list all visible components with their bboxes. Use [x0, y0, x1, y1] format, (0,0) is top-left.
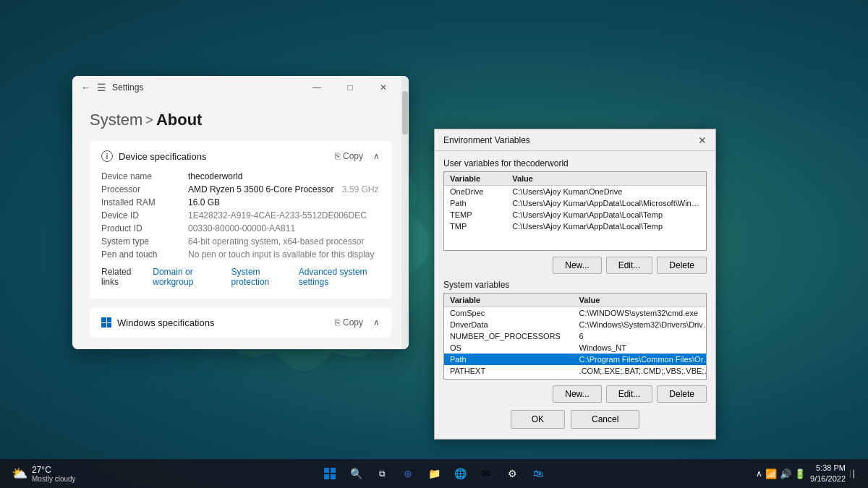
sys-var-value: 6 — [574, 330, 707, 342]
settings-scrollbar[interactable] — [401, 76, 409, 349]
sys-var-value: C:\WINDOWS\system32\cmd.exe — [574, 307, 707, 320]
user-variables-section: User variables for thecoderworld Variabl… — [443, 158, 707, 274]
system-row-driverdata[interactable]: DriverData C:\Windows\System32\Drivers\D… — [444, 319, 707, 330]
maximize-button[interactable]: □ — [333, 76, 367, 99]
section-header: i Device specifications ⎘ Copy ∧ — [101, 150, 380, 163]
user-col-value: Value — [506, 172, 706, 186]
chrome-button[interactable]: 🌐 — [448, 462, 472, 485]
store-icon: 🛍 — [533, 468, 543, 479]
hamburger-icon[interactable]: ☰ — [97, 82, 106, 93]
system-new-button[interactable]: New... — [553, 385, 601, 403]
sys-var-name: PATHEXT — [444, 365, 574, 377]
advanced-system-link[interactable]: Advanced system settings — [299, 267, 380, 287]
cancel-button[interactable]: Cancel — [571, 410, 639, 429]
device-specs-section: i Device specifications ⎘ Copy ∧ Device … — [90, 141, 391, 299]
spec-row-pen-touch: Pen and touch No pen or touch input is a… — [101, 248, 380, 261]
back-icon[interactable]: ← — [81, 82, 91, 93]
device-specs-title: Device specifications — [119, 151, 206, 162]
user-row-tmp[interactable]: TMP C:\Users\Ajoy Kumar\AppData\Local\Te… — [444, 221, 706, 232]
clock-widget[interactable]: 5:38 PM 9/16/2022 — [810, 463, 846, 485]
taskbar-center: 🔍 ⧉ ⊕ 📁 🌐 ✉ ⚙ 🛍 — [318, 462, 550, 485]
user-delete-button[interactable]: Delete — [657, 257, 707, 274]
user-var-value: C:\Users\Ajoy Kumar\AppData\Local\Micros… — [506, 197, 706, 209]
system-row-num-processors[interactable]: NUMBER_OF_PROCESSORS 6 — [444, 330, 707, 342]
weather-widget[interactable]: ⛅ 27°C Mostly cloudy — [6, 465, 82, 483]
mail-icon: ✉ — [482, 468, 490, 479]
sys-var-value: AMD64 — [574, 377, 707, 380]
battery-icon[interactable]: 🔋 — [794, 468, 806, 479]
sys-var-name: PROCESSOR_ARCHITECTURE — [444, 377, 574, 380]
start-button[interactable] — [318, 462, 341, 485]
user-row-onedrive[interactable]: OneDrive C:\Users\Ajoy Kumar\OneDrive — [444, 186, 706, 198]
user-row-path[interactable]: Path C:\Users\Ajoy Kumar\AppData\Local\M… — [444, 197, 706, 209]
user-col-variable: Variable — [444, 172, 506, 186]
env-close-button[interactable]: ✕ — [695, 133, 710, 147]
weather-icon: ⛅ — [12, 466, 27, 481]
taskbar-left: ⛅ 27°C Mostly cloudy — [6, 465, 82, 483]
copy-icon-2: ⎘ — [335, 317, 340, 328]
weather-temp: 27°C — [32, 465, 76, 475]
user-edit-button[interactable]: Edit... — [606, 257, 653, 274]
system-row-proc-arch[interactable]: PROCESSOR_ARCHITECTURE AMD64 — [444, 377, 707, 380]
minimize-button[interactable]: — — [300, 76, 333, 99]
info-icon: i — [101, 150, 113, 162]
svg-rect-8 — [331, 468, 336, 473]
windows-start-icon — [324, 468, 336, 479]
titlebar-left: ← ☰ Settings — [81, 82, 143, 93]
desktop: ← ☰ Settings — □ ✕ System > About i — [0, 0, 868, 488]
store-button[interactable]: 🛍 — [527, 462, 550, 485]
env-content: User variables for thecoderworld Variabl… — [435, 151, 715, 439]
windows-section-header: Windows specifications ⎘ Copy ∧ — [101, 316, 380, 329]
user-new-button[interactable]: New... — [553, 257, 601, 274]
domain-workgroup-link[interactable]: Domain or workgroup — [153, 267, 219, 287]
show-desktop-button[interactable]: ▏ — [850, 470, 862, 478]
files-icon: 📁 — [428, 468, 441, 479]
chevron-up-icon[interactable]: ∧ — [373, 151, 380, 161]
windows-chevron-up-icon[interactable]: ∧ — [373, 317, 380, 328]
chevron-up-tray-icon[interactable]: ∧ — [756, 468, 762, 479]
edge-button[interactable]: ⊕ — [396, 462, 420, 485]
env-bottom-buttons: OK Cancel — [443, 410, 707, 432]
user-var-value: C:\Users\Ajoy Kumar\OneDrive — [506, 186, 706, 198]
close-button[interactable]: ✕ — [367, 76, 400, 99]
system-protection-link[interactable]: System protection — [231, 267, 287, 287]
system-variable-buttons: New... Edit... Delete — [443, 385, 707, 403]
mail-button[interactable]: ✉ — [475, 462, 498, 485]
system-row-pathext[interactable]: PATHEXT .COM;.EXE;.BAT;.CMD;.VBS;.VBE;.J… — [444, 365, 707, 377]
system-edit-button[interactable]: Edit... — [606, 385, 653, 403]
copy-button[interactable]: ⎘ Copy — [331, 150, 367, 163]
copy-icon: ⎘ — [335, 151, 340, 161]
settings-taskbar-button[interactable]: ⚙ — [501, 462, 524, 485]
svg-rect-9 — [324, 474, 329, 479]
volume-icon[interactable]: 🔊 — [780, 468, 791, 479]
system-table-container: Variable Value ComSpec C:\WINDOWS\system… — [443, 293, 707, 380]
env-variables-window: Environment Variables ✕ User variables f… — [434, 129, 716, 440]
user-table-container: Variable Value OneDrive C:\Users\Ajoy Ku… — [443, 171, 707, 251]
user-row-temp[interactable]: TEMP C:\Users\Ajoy Kumar\AppData\Local\T… — [444, 209, 706, 221]
user-variables-table: Variable Value OneDrive C:\Users\Ajoy Ku… — [444, 172, 706, 232]
clock-time: 5:38 PM — [810, 463, 846, 474]
system-row-path[interactable]: Path C:\Program Files\Common Files\Oracl… — [444, 354, 707, 365]
system-table-wrapper: Variable Value ComSpec C:\WINDOWS\system… — [443, 293, 707, 380]
user-variables-title: User variables for thecoderworld — [443, 158, 707, 168]
spec-row-ram: Installed RAM 16.0 GB — [101, 196, 380, 209]
system-col-variable: Variable — [444, 294, 574, 307]
sys-var-name: DriverData — [444, 319, 574, 330]
search-icon: 🔍 — [350, 468, 362, 479]
windows-copy-button[interactable]: ⎘ Copy — [331, 316, 367, 329]
settings-title-text: Settings — [112, 82, 143, 93]
settings-content: System > About i Device specifications ⎘… — [72, 99, 409, 349]
clock-date: 9/16/2022 — [810, 474, 846, 484]
ok-button[interactable]: OK — [511, 410, 565, 429]
windows-specs-title: Windows specifications — [117, 317, 214, 328]
search-button[interactable]: 🔍 — [344, 462, 367, 485]
system-row-os[interactable]: OS Windows_NT — [444, 342, 707, 354]
network-icon[interactable]: 📶 — [765, 468, 777, 479]
spec-row-processor: Processor AMD Ryzen 5 3500 6-Core Proces… — [101, 183, 380, 196]
user-var-name: Path — [444, 197, 506, 209]
files-button[interactable]: 📁 — [422, 462, 446, 485]
system-row-comspec[interactable]: ComSpec C:\WINDOWS\system32\cmd.exe — [444, 307, 707, 320]
task-view-button[interactable]: ⧉ — [370, 462, 393, 485]
breadcrumb-system[interactable]: System — [90, 111, 142, 129]
system-delete-button[interactable]: Delete — [657, 385, 707, 403]
